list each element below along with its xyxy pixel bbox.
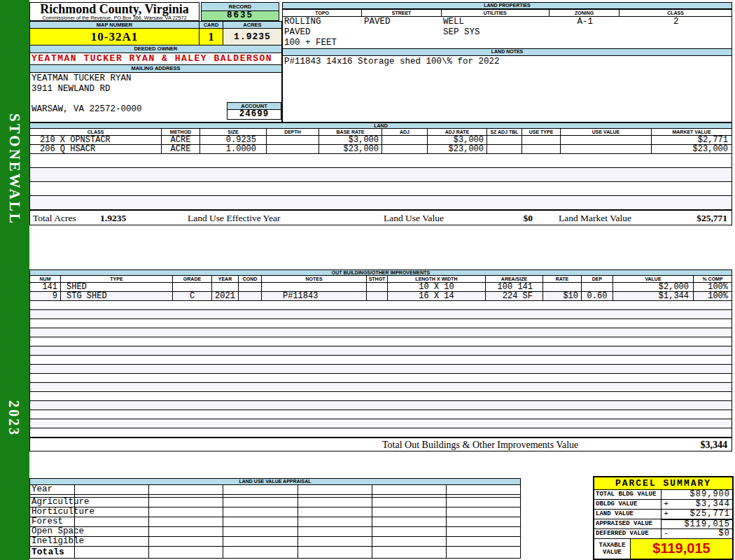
appraisal-cell xyxy=(447,537,520,546)
empty-row xyxy=(29,154,732,168)
appraisal-cell xyxy=(372,495,447,497)
ob-dep: 0.60 xyxy=(582,292,613,300)
col-adj-rate: ADJ RATE xyxy=(428,129,487,135)
land-base-rate: $3,000 xyxy=(319,136,382,144)
card-box: CARD 1 xyxy=(200,21,223,46)
land-class: 210 X OPNSTACR xyxy=(30,136,162,144)
land-size: 0.9235 xyxy=(200,136,267,144)
appraisal-cell xyxy=(223,495,298,497)
land-adj-rate: $23,000 xyxy=(428,145,487,153)
appraisal-cell xyxy=(75,507,149,517)
land-method: ACRE xyxy=(162,136,200,144)
land-depth xyxy=(267,145,319,153)
appraisal-row-label: Ineligible xyxy=(30,537,75,546)
land-totals-row: Total Acres 1.9235 Land Use Effective Ye… xyxy=(29,210,732,225)
land-table: LAND CLASS METHOD SIZE DEPTH BASE RATE A… xyxy=(29,122,732,225)
map-number-value: 10-32A1 xyxy=(29,29,200,46)
appraisal-cell xyxy=(223,485,298,494)
appraisal-cell xyxy=(223,507,298,517)
out-buildings-total-label: Total Out Buildings & Other Improvements… xyxy=(382,440,578,451)
empty-row xyxy=(29,410,732,419)
mailing-line-1: YEATMAN TUCKER RYAN xyxy=(31,74,281,84)
appraisal-row-label: Year xyxy=(30,485,75,494)
summary-row-total-bldg: TOTAL BLDG VALUE $89,900 xyxy=(594,490,732,500)
mailing-address-box: YEATMAN TUCKER RYAN 3911 NEWLAND RD WARS… xyxy=(29,73,282,122)
district-sidebar: STONEWALL 2023 xyxy=(0,0,29,560)
land-properties-header-row: TOPO STREET UTILITIES ZONING CLASS xyxy=(282,9,732,17)
ob-notes xyxy=(262,283,367,291)
acres-box: ACRES 1.9235 xyxy=(223,21,282,46)
col-grade: GRADE xyxy=(173,276,212,282)
topo-value-3: 100 + FEET xyxy=(284,38,363,48)
out-buildings-header-row: NUM TYPE GRADE YEAR COND NOTES STHGT LEN… xyxy=(29,276,732,283)
parcel-summary: PARCEL SUMMARY TOTAL BLDG VALUE $89,900 … xyxy=(593,476,734,560)
col-sthgt: STHGT xyxy=(367,276,388,282)
col-num: NUM xyxy=(30,276,61,282)
appraisal-cell xyxy=(149,498,223,507)
appraisal-row-label: Open Space xyxy=(30,527,75,536)
land-properties-title: LAND PROPERTIES xyxy=(282,2,732,9)
appraisal-cell xyxy=(149,547,223,558)
empty-row xyxy=(29,310,732,319)
county-header: Richmond County, Virginia Commissioner o… xyxy=(29,2,200,21)
ob-grade: C xyxy=(173,292,212,300)
ob-value: $1,344 xyxy=(613,292,694,300)
appraisal-cell xyxy=(223,547,298,558)
appraisal-row-label: Totals xyxy=(30,547,75,558)
taxable-value-label: TAXABLE VALUE xyxy=(594,539,631,559)
col-notes: NOTES xyxy=(262,276,367,282)
appraisal-row-label: Agriculture xyxy=(30,498,75,507)
land-header-row: CLASS METHOD SIZE DEPTH BASE RATE ADJ AD… xyxy=(29,129,732,136)
land-adj-rate: $3,000 xyxy=(428,136,487,144)
appraisal-cell xyxy=(75,498,149,507)
col-year: YEAR xyxy=(212,276,239,282)
col-type: TYPE xyxy=(61,276,173,282)
empty-row xyxy=(29,419,732,428)
appraisal-row-agriculture: Agriculture xyxy=(29,498,521,507)
topo-values: ROLLING PAVED 100 + FEET xyxy=(283,17,363,48)
tax-year: 2023 xyxy=(6,400,22,437)
ob-cond xyxy=(239,292,262,300)
ob-length-width: 16 X 14 xyxy=(388,292,486,300)
total-acres-value: 1.9235 xyxy=(100,213,126,224)
col-utilities: UTILITIES xyxy=(442,9,550,17)
empty-row xyxy=(29,365,732,374)
appraisal-cell xyxy=(372,547,447,558)
deeded-owner-value: YEATMAN TUCKER RYAN & HALEY BALDERSON xyxy=(29,53,282,65)
appraisal-cell xyxy=(298,537,372,546)
ob-num: 141 xyxy=(30,283,61,291)
summary-value: $89,900 xyxy=(671,490,732,499)
appraisal-cell xyxy=(298,517,372,526)
taxable-value: $119,015 xyxy=(631,539,732,559)
ob-type: STG SHED xyxy=(61,292,173,300)
col-zoning: ZONING xyxy=(550,9,620,17)
empty-row xyxy=(29,319,732,328)
appraisal-row-open-space: Open Space xyxy=(29,527,521,537)
appraisal-cell xyxy=(447,495,520,497)
appraisal-cell xyxy=(372,498,447,507)
appraisal-row-year: Year xyxy=(29,485,521,495)
appraisal-cell xyxy=(223,498,298,507)
appraisal-row-label: Horticulture xyxy=(30,507,75,517)
summary-sign: + xyxy=(662,510,671,519)
class-value: 2 xyxy=(620,17,732,48)
summary-label: APPRAISED VALUE xyxy=(594,519,662,528)
card-value: 1 xyxy=(200,29,223,46)
ob-num: 9 xyxy=(30,292,61,300)
land-market-value: $25,771 xyxy=(696,213,727,224)
out-buildings-table: OUT BUILDINGS/OTHER IMPROVEMENTS NUM TYP… xyxy=(29,270,732,451)
col-method: METHOD xyxy=(162,129,200,135)
zoning-value: A-1 xyxy=(550,17,620,48)
appraisal-cell xyxy=(298,498,372,507)
col-dep: DEP xyxy=(582,276,613,282)
appraisal-row-forest: Forest xyxy=(29,517,521,527)
land-adj xyxy=(382,136,428,144)
land-market-value-label: Land Market Value xyxy=(559,213,631,224)
utilities-values: WELL SEP SYS xyxy=(442,17,550,48)
land-use-appraisal-table: LAND USE VALUE APPRAISAL Year Agricultur… xyxy=(29,478,521,559)
col-sz-adj-tbl: SZ ADJ TBL xyxy=(487,129,522,135)
land-depth xyxy=(267,136,319,144)
land-adj xyxy=(382,145,428,153)
appraisal-cell xyxy=(447,527,520,536)
appraisal-cell xyxy=(149,517,223,526)
